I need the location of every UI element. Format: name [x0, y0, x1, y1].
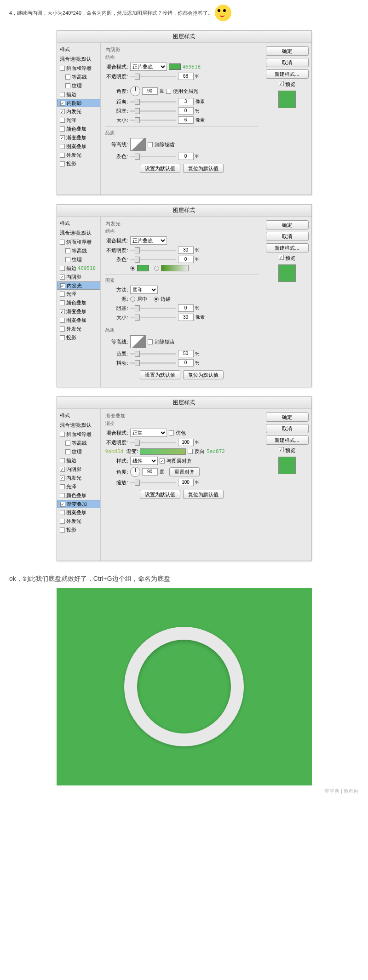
opacity-slider[interactable] [130, 76, 176, 77]
edge-radio[interactable] [154, 297, 159, 302]
style-satin[interactable]: 光泽 [57, 116, 100, 125]
gradient-radio[interactable] [154, 266, 159, 271]
watermark: 查字典 | 教程网 [0, 785, 368, 799]
style-stroke[interactable]: 描边 [57, 90, 100, 99]
angle-input[interactable]: 90 [142, 87, 158, 95]
style-stroke[interactable]: 描边469518 [57, 264, 100, 273]
preview-swatch [278, 91, 296, 108]
center-radio[interactable] [130, 297, 135, 302]
emoji-icon [215, 5, 231, 21]
style-texture[interactable]: 纹理 [57, 81, 100, 90]
size-slider[interactable] [130, 120, 176, 121]
angle-dial[interactable] [130, 86, 140, 96]
step-text: 4．继续画内圆，大小为240*240，命名为内圆，然后添加图层样式？没错，你都会… [0, 0, 368, 26]
reset-align-button[interactable]: 重置对齐 [169, 467, 200, 476]
layer-style-dialog-1: 图层样式 样式 混合选项:默认 斜面和浮雕 等高线 纹理 描边 内阴影 内发光 … [57, 30, 312, 195]
new-style-button[interactable]: 新建样式... [266, 69, 309, 79]
glow-gradient[interactable] [161, 265, 189, 271]
opacity-input[interactable]: 68 [178, 73, 194, 80]
layer-style-dialog-3: 图层样式 样式 混合选项:默认 斜面和浮雕 等高线 纹理 描边 内阴影 内发光 … [57, 396, 312, 561]
noise-slider[interactable] [130, 156, 176, 157]
global-light-check[interactable] [166, 89, 171, 94]
result-image [57, 588, 312, 785]
style-gradient-overlay[interactable]: 渐变叠加 [57, 133, 100, 142]
distance-slider[interactable] [130, 101, 176, 103]
color-swatch[interactable] [169, 63, 181, 70]
styles-list: 样式 混合选项:默认 斜面和浮雕 等高线 纹理 描边 内阴影 内发光 光泽 颜色… [57, 43, 101, 195]
ring-shape [124, 627, 244, 746]
dialog-title: 图层样式 [57, 31, 311, 43]
style-pattern-overlay[interactable]: 图案叠加 [57, 142, 100, 151]
style-outer-glow[interactable]: 外发光 [57, 151, 100, 160]
gradient-bar[interactable] [140, 448, 186, 455]
layer-style-dialog-2: 图层样式 样式 混合选项:默认 斜面和浮雕 等高线 纹理 描边469518 内阴… [57, 204, 312, 387]
choke-slider[interactable] [130, 110, 176, 112]
reset-default-button[interactable]: 复位为默认值 [183, 164, 224, 173]
preview-check[interactable] [279, 81, 284, 86]
cancel-button[interactable]: 取消 [266, 58, 309, 67]
style-bevel[interactable]: 斜面和浮雕 [57, 64, 100, 73]
ok-button[interactable]: 确定 [266, 46, 309, 56]
contour-picker[interactable] [130, 138, 146, 151]
solid-radio[interactable] [130, 266, 135, 271]
style-inner-shadow[interactable]: 内阴影 [57, 99, 100, 107]
style-contour[interactable]: 等高线 [57, 73, 100, 81]
blend-select[interactable]: 正片叠底 [130, 63, 167, 71]
make-default-button[interactable]: 设置为默认值 [140, 164, 180, 173]
style-color-overlay[interactable]: 颜色叠加 [57, 125, 100, 133]
glow-color[interactable] [137, 265, 149, 271]
style-drop-shadow[interactable]: 投影 [57, 160, 100, 168]
outro-text: ok，到此我们底盘就做好了，Ctrl+G边个组，命名为底盘 [0, 570, 368, 588]
style-inner-glow[interactable]: 内发光 [57, 107, 100, 116]
